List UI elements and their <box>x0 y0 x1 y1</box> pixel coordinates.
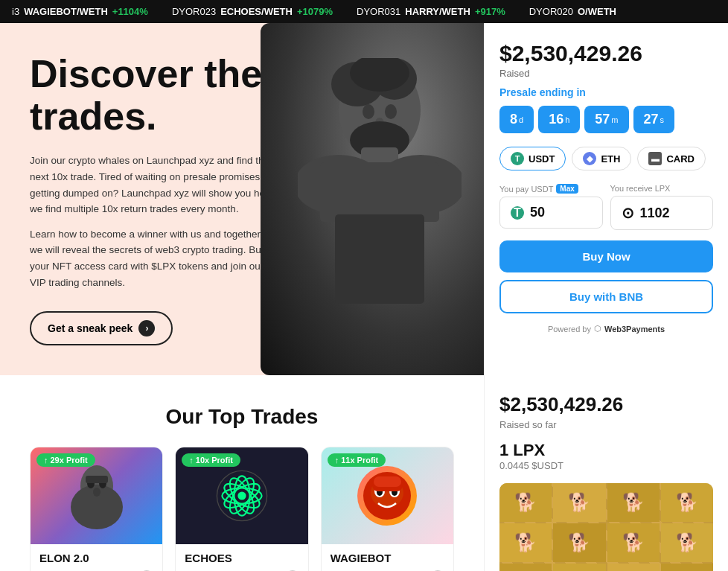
trade-card-body-echoes: ECHOES DYOR023 i Amount $1000.00 + $10,7… <box>176 544 307 571</box>
buy-now-button[interactable]: Buy Now <box>499 240 713 272</box>
payment-row: You pay USDT Max T 50 You receive LPX ⊙ … <box>499 184 713 230</box>
trade-name-wagiebot: WAGIEBOT <box>331 552 444 564</box>
svg-point-4 <box>363 104 374 119</box>
pay-field-lpx: You receive LPX ⊙ 1102 <box>610 184 714 230</box>
svg-point-26 <box>237 492 246 500</box>
top-trades-section: Our Top Trades ↑ 29x Profit <box>0 375 484 571</box>
receive-amount: 1102 <box>640 205 670 221</box>
svg-rect-12 <box>335 214 424 304</box>
trade-card-body-elon: ELON 2.0 DYOR004 i Amount $1000.00 + $29… <box>31 544 162 571</box>
svg-rect-18 <box>86 476 108 483</box>
hero-panel: Discover the next 10x trades. Join our c… <box>0 23 484 375</box>
ticker-pair: ECHOES/WETH <box>220 6 293 17</box>
sneak-peek-button[interactable]: Get a sneak peek › <box>30 311 173 345</box>
pay-amount: 50 <box>530 205 545 220</box>
payment-methods: T USDT ◆ ETH ▬ CARD <box>499 147 713 170</box>
usdt-token-icon: T <box>511 206 524 220</box>
trade-card-elon: ↑ 29x Profit ELON 2.0 DYOR <box>30 447 163 571</box>
trade-card-echoes: ↑ 10x Profit <box>175 447 308 571</box>
trade-card-body-wagiebot: WAGIEBOT DYOR013 i Amount $1000.00 + $11… <box>322 544 453 571</box>
main-layout: Discover the next 10x trades. Join our c… <box>0 23 728 375</box>
doge-grid: 🐕 🐕 🐕 🐕 🐕 🐕 🐕 🐕 🐕 🐕 🐕 🐕 <box>499 483 713 571</box>
countdown: 8d 16h 57m 27s <box>499 106 713 133</box>
trade-card-wagiebot: ↑ 11x Profit <box>321 447 454 571</box>
max-badge: Max <box>556 184 578 194</box>
raised-amount: $2,530,429.26 <box>499 41 713 66</box>
trade-image-wagiebot: ↑ 11x Profit <box>322 447 453 544</box>
svg-rect-11 <box>320 162 439 222</box>
bottom-right-panel: $2,530,429.26 Raised so far 1 LPX 0.0445… <box>484 375 728 571</box>
countdown-minutes: 57m <box>584 106 628 133</box>
ticker-gain: +1104% <box>112 6 148 17</box>
trade-name-echoes: ECHOES <box>185 552 298 564</box>
web3payments-label: Web3Payments <box>604 325 665 334</box>
eth-label: ETH <box>601 153 620 165</box>
ticker-id: DYOR031 <box>357 6 400 17</box>
card-icon: ▬ <box>648 152 662 165</box>
ticker-item: i3 WAGIEBOT/WETH +1104% <box>12 6 148 17</box>
lpx-token-icon: ⊙ <box>622 204 634 222</box>
hero-para-1: Join our crypto whales on Launchpad xyz … <box>30 153 275 217</box>
pay-eth-button[interactable]: ◆ ETH <box>572 147 631 170</box>
doge-cell: 🐕 <box>499 483 552 522</box>
ticker-pair: HARRY/WETH <box>405 6 470 17</box>
svg-point-17 <box>93 488 100 497</box>
pay-usdt-button[interactable]: T USDT <box>499 147 566 170</box>
elon-avatar <box>67 462 127 529</box>
ticker-pair: O/WETH <box>578 6 616 17</box>
echoes-logo <box>216 470 268 522</box>
ticker-id: DYOR023 <box>172 6 216 17</box>
ticker-gain: +1079% <box>297 6 333 17</box>
sneak-peek-label: Get a sneak peek <box>48 322 132 334</box>
pay-field-usdt: You pay USDT Max T 50 <box>499 184 603 230</box>
wagiebot-avatar <box>357 466 417 526</box>
pay-card-button[interactable]: ▬ CARD <box>637 147 706 170</box>
ticker-bar: i3 WAGIEBOT/WETH +1104% DYOR023 ECHOES/W… <box>0 0 728 23</box>
doge-cell: 🐕 <box>661 483 713 522</box>
pay-input-usdt[interactable]: T 50 <box>499 197 603 229</box>
presale-ending-label: Presale ending in <box>499 86 713 98</box>
card-label: CARD <box>666 153 695 165</box>
doge-cell: 🐕 <box>661 523 713 562</box>
svg-point-5 <box>385 104 397 119</box>
profit-badge-label: 11x Profit <box>341 456 378 465</box>
doge-cell: 🐕 <box>499 564 552 571</box>
trade-name-elon: ELON 2.0 <box>39 552 153 564</box>
profit-badge-wagiebot: ↑ 11x Profit <box>328 453 386 467</box>
eth-icon: ◆ <box>583 152 596 165</box>
web3payments-logo: ⬡ <box>594 324 601 334</box>
doge-cell: 🐕 <box>607 483 660 522</box>
doge-cell: 🐕 <box>661 564 713 571</box>
doge-cell: 🐕 <box>553 564 605 571</box>
doge-cell: 🐕 <box>607 523 660 562</box>
buy-bnb-button[interactable]: Buy with BNB <box>499 280 713 313</box>
svg-rect-34 <box>374 476 401 487</box>
bottom-raised-label: Raised so far <box>499 419 713 430</box>
doge-image: 🐕 🐕 🐕 🐕 🐕 🐕 🐕 🐕 🐕 🐕 🐕 🐕 <box>499 483 713 571</box>
powered-by: Powered by ⬡ Web3Payments <box>499 324 713 334</box>
hero-image <box>261 23 484 375</box>
usdt-label: USDT <box>529 153 555 165</box>
doge-cell: 🐕 <box>553 523 605 562</box>
usdt-icon: T <box>511 152 524 165</box>
ticker-id: i3 <box>12 6 19 17</box>
profit-badge-elon: ↑ 29x Profit <box>36 453 95 467</box>
arrow-icon: › <box>138 320 155 336</box>
raised-label: Raised <box>499 68 713 79</box>
ticker-item: DYOR023 ECHOES/WETH +1079% <box>172 6 333 17</box>
trades-grid: ↑ 29x Profit ELON 2.0 DYOR <box>30 447 454 571</box>
ticker-gain: +917% <box>475 6 505 17</box>
ticker-item: DYOR031 HARRY/WETH +917% <box>357 6 505 17</box>
receive-label: You receive LPX <box>610 184 714 193</box>
wagiebot-svg <box>363 472 412 520</box>
pay-label: You pay USDT Max <box>499 184 603 194</box>
ticker-item: DYOR020 O/WETH <box>529 6 616 17</box>
profit-badge-label: 10x Profit <box>196 456 233 465</box>
person-image <box>261 23 484 375</box>
trade-image-elon: ↑ 29x Profit <box>31 447 162 544</box>
ticker-pair: WAGIEBOT/WETH <box>24 6 108 17</box>
profit-badge-echoes: ↑ 10x Profit <box>182 453 240 467</box>
top-trades-title: Our Top Trades <box>30 405 454 429</box>
bottom-raised-amount: $2,530,429.26 <box>499 393 713 416</box>
lpx-label: 1 LPX <box>499 441 713 460</box>
